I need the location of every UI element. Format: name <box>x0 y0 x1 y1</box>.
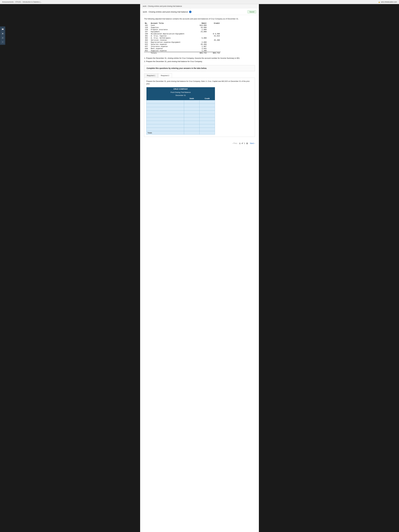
cruz-account-cell[interactable] <box>146 104 184 107</box>
row-credit <box>207 37 221 39</box>
cruz-account-cell[interactable] <box>146 128 184 131</box>
row-credit <box>207 24 221 26</box>
row-title: Salaries expense <box>150 43 194 45</box>
trial-balance-row: 301 A. Cruz, Capital 42,815 <box>144 35 221 37</box>
row-no: 167 <box>144 31 150 33</box>
row-title: Depreciation expense–Equipment <box>150 41 194 43</box>
next-chevron-icon: › <box>254 142 255 144</box>
cruz-account-cell[interactable] <box>146 107 184 110</box>
cruz-credit-cell[interactable] <box>200 107 215 110</box>
cruz-account-cell[interactable] <box>146 121 184 124</box>
tab-required-2[interactable]: Required 2 <box>158 73 172 78</box>
cruz-debit-cell[interactable] <box>184 117 200 121</box>
cruz-account-cell[interactable] <box>146 117 184 121</box>
cruz-debit-cell[interactable] <box>184 104 200 107</box>
trial-balance-row: 167 Equipment 23,000 <box>144 31 221 33</box>
info-icon[interactable]: i <box>189 11 191 13</box>
cruz-data-row <box>146 107 215 110</box>
prior-year-italic: prior <box>246 80 250 82</box>
row-debit: 1,498 <box>194 50 207 52</box>
trial-balance-row: 101 Cash $18,000 <box>144 24 221 26</box>
cruz-credit-cell[interactable] <box>200 110 215 114</box>
col-account-header <box>146 97 184 100</box>
cruz-account-cell[interactable] <box>146 114 184 117</box>
trial-balance-row: 622 Salaries expense 26,468 <box>144 43 221 45</box>
cruz-data-row <box>146 114 215 117</box>
cruz-credit-cell[interactable] <box>200 121 215 124</box>
q2-text: 2. Prepare the December 31, post-closing… <box>144 60 203 62</box>
complete-box: Complete this questions by entering your… <box>144 65 255 71</box>
row-credit: $ 6,500 <box>207 33 221 35</box>
cruz-credit-cell[interactable] <box>200 114 215 117</box>
row-no: 128 <box>144 29 150 31</box>
cruz-debit-cell[interactable] <box>184 110 200 114</box>
cruz-debit-cell[interactable] <box>184 121 200 124</box>
cruz-data-row <box>146 121 215 124</box>
row-debit: 6,000 <box>194 37 207 39</box>
tab-required-1[interactable]: Required 1 <box>144 73 158 78</box>
totals-credit[interactable] <box>200 131 215 134</box>
cruz-credit-cell[interactable] <box>200 100 215 104</box>
row-debit: 10,800 <box>194 26 207 29</box>
sidebar-book-icon[interactable]: 📖 <box>1 27 5 31</box>
questions-section: 1. Prepare the December 31, closing entr… <box>144 57 255 63</box>
totals-debit[interactable] <box>184 131 200 134</box>
row-debit: $18,000 <box>194 24 207 26</box>
grid-icon[interactable]: ⊞ <box>246 142 248 145</box>
totals-no <box>144 52 150 54</box>
cruz-account-cell[interactable] <box>146 110 184 114</box>
totals-row: Totals <box>146 131 215 134</box>
lock-icon: 🔒 <box>378 1 380 3</box>
row-credit: 42,815 <box>207 35 221 37</box>
trial-balance-row: 640 Rent expense 3,042 <box>144 48 221 50</box>
cruz-credit-cell[interactable] <box>200 104 215 107</box>
prev-button[interactable]: ‹ Prev <box>232 142 237 144</box>
question-1: 1. Prepare the December 31, closing entr… <box>144 57 255 59</box>
row-debit <box>194 35 207 37</box>
trial-balance-row: 404 Services revenue 45,400 <box>144 39 221 41</box>
cruz-credit-cell[interactable] <box>200 117 215 121</box>
cruz-data-row <box>146 117 215 121</box>
row-credit <box>207 26 221 29</box>
row-debit: 2,000 <box>194 41 207 43</box>
sidebar-references-icon[interactable]: ≡ <box>1 40 5 44</box>
prev-chevron-icon: ‹ <box>232 142 233 144</box>
row-debit <box>194 33 207 35</box>
row-no: 101 <box>144 24 150 26</box>
row-no: 622 <box>144 43 150 45</box>
row-title: Supplies expense <box>150 50 194 52</box>
sidebar-print-icon[interactable]: 🖨 <box>1 36 5 40</box>
row-credit: 45,400 <box>207 39 221 41</box>
cruz-debit-cell[interactable] <box>184 100 200 104</box>
cruz-account-cell[interactable] <box>146 124 184 128</box>
cruz-debit-cell[interactable] <box>184 114 200 117</box>
totals-label: Totals <box>150 52 194 54</box>
trial-balance-row: 612 Depreciation expense–Equipment 2,000 <box>144 41 221 43</box>
report-date: December 31 <box>146 94 215 97</box>
cruz-credit-cell[interactable] <box>200 124 215 128</box>
browser-bar: Announcements – STA101 – Introduction to… <box>0 0 399 4</box>
row-no: 652 <box>144 50 150 52</box>
browser-url: 🔒 ezto.mheducation.com <box>378 1 397 3</box>
cruz-debit-cell[interactable] <box>184 128 200 131</box>
row-title: Accumulated depreciation–Equipment <box>150 33 194 35</box>
cruz-debit-cell[interactable] <box>184 107 200 110</box>
pagination: ‹ Prev 1 of 1 ⊞ Next › <box>140 139 259 147</box>
row-title: Supplies <box>150 26 194 29</box>
cruz-account-cell[interactable] <box>146 100 184 104</box>
row-title: Prepaid insurance <box>150 29 194 31</box>
row-debit <box>194 39 207 41</box>
page-total: 1 <box>244 142 245 144</box>
cruz-credit-cell[interactable] <box>200 128 215 131</box>
tab-instruction: Prepare the December 31, post-closing tr… <box>146 80 253 85</box>
cruz-debit-cell[interactable] <box>184 124 200 128</box>
next-button[interactable]: Next › <box>250 142 255 144</box>
col-credit-header-cruz: Credit <box>200 97 215 100</box>
sidebar-circle-icon[interactable]: ◉ <box>1 32 5 35</box>
trial-balance-row: 302 A. Cruz, Withdrawals 6,000 <box>144 37 221 39</box>
main-content: The following adjusted trial balance con… <box>140 15 259 139</box>
totals-credit: $94,715 <box>207 52 221 54</box>
page-wrapper: work - Closing entries and post-closing … <box>140 4 259 532</box>
row-title: Services revenue <box>150 39 194 41</box>
trial-balance-table: No. Account Title Debit Credit 101 Cash … <box>144 22 221 54</box>
